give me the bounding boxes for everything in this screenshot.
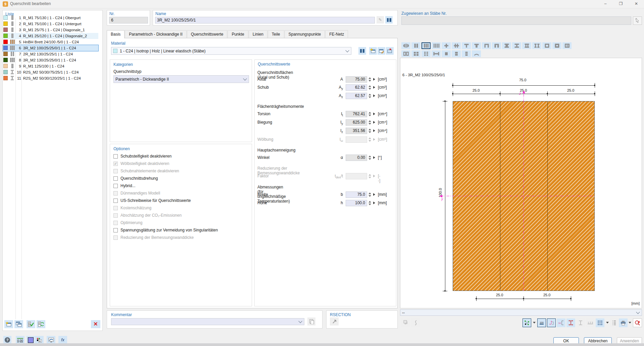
show-dimensions-button[interactable]: 100 [537, 318, 546, 327]
shape-box-thick[interactable] [552, 42, 561, 49]
decimal-places-button[interactable]: 0,00 [16, 336, 24, 344]
list-item[interactable]: 11 R2S_M2 50/30/120/25/1 | 1 - C24 [3, 75, 98, 81]
spin-up-icon[interactable] [368, 77, 371, 79]
tab-spannungspunkte[interactable]: Spannungspunkte [285, 30, 325, 38]
section-preview[interactable]: 6 - 3R_M2 100/25/25/0/1 75.0 25.0 [400, 58, 642, 308]
checkbox-icon[interactable] [113, 199, 118, 203]
winkel-value-field[interactable]: 0.00 [346, 155, 367, 161]
render-mode-button[interactable] [523, 318, 531, 327]
print-button[interactable] [619, 318, 628, 327]
spin-down-icon[interactable] [368, 158, 371, 160]
invert-selection-button[interactable] [37, 320, 45, 328]
restore-button[interactable]: ❐ [614, 0, 628, 8]
list-item[interactable]: 5 HnBH Brett 24/100 /5/0 | 1 - C24 [3, 39, 98, 45]
spinner[interactable] [368, 76, 371, 83]
pick-members-button[interactable] [633, 16, 642, 25]
shape-rect-2split[interactable] [452, 50, 461, 57]
spin-down-icon[interactable] [368, 131, 371, 133]
tab-linien[interactable]: Linien [249, 30, 267, 38]
detail-arrow-icon[interactable] [373, 121, 375, 124]
display-settings-button[interactable] [47, 336, 55, 344]
spin-up-icon[interactable] [368, 192, 371, 194]
list-item[interactable]: 4 R_M1 25/120 | 1 - C24 | Diagonale_2 [3, 33, 98, 39]
edit-material-button[interactable] [378, 47, 385, 55]
spinner[interactable] [368, 128, 371, 134]
spin-down-icon[interactable] [368, 96, 371, 98]
shape-box-double[interactable] [401, 50, 410, 57]
spin-down-icon[interactable] [368, 195, 371, 197]
library-book-button[interactable] [385, 16, 393, 24]
shape-ibeam-rotated[interactable] [432, 50, 441, 57]
shape-channel[interactable] [482, 42, 491, 49]
detail-arrow-icon[interactable] [373, 202, 375, 204]
shape-rect-3split[interactable] [462, 50, 471, 57]
spin-up-icon[interactable] [368, 112, 371, 114]
spin-down-icon[interactable] [368, 115, 371, 116]
list-item[interactable]: 10 R2S_M2 50/30/75/25/1 | 1 - C24 [3, 69, 98, 75]
option-hybrid[interactable]: Hybrid... [113, 183, 136, 188]
list-item[interactable]: 1 R_M1 75/130 | 1 - C24 | Obergurt [3, 15, 98, 21]
option-us-schreibweise[interactable]: US-Schreibweise für Querschnittswerte [113, 198, 191, 203]
spin-down-icon[interactable] [368, 204, 371, 205]
spinner[interactable] [368, 119, 371, 126]
checkbox-icon[interactable] [113, 176, 118, 181]
checkbox-icon[interactable] [113, 228, 118, 232]
spin-up-icon[interactable] [368, 156, 371, 157]
rename-items-button[interactable]: A [35, 336, 44, 344]
shape-arc[interactable] [472, 50, 481, 57]
show-axes-button[interactable] [547, 318, 556, 327]
tab-basis[interactable]: Basis [107, 30, 125, 38]
tab-parametrisch[interactable]: Parametrisch - Dickwandige II [125, 30, 186, 38]
biegung-y-value-field[interactable]: 625.00 [346, 119, 367, 126]
schub-z-value-field[interactable]: 62.57 [346, 93, 367, 99]
copy-section-button[interactable] [14, 320, 23, 328]
shape-box-split[interactable] [562, 42, 572, 49]
list-item[interactable]: 2 R_M1 75/100 | 1 - C24 | Untergurt [3, 21, 98, 27]
shape-tee[interactable] [462, 42, 471, 49]
shape-rounded-2part[interactable] [401, 42, 410, 49]
formula-button[interactable]: fx [58, 336, 67, 344]
tab-teile[interactable]: Teile [268, 30, 284, 38]
shape-double-cross[interactable] [452, 42, 461, 49]
spin-up-icon[interactable] [368, 129, 371, 130]
print-dropdown-icon[interactable] [629, 322, 631, 323]
spin-up-icon[interactable] [368, 120, 371, 122]
detail-arrow-icon[interactable] [373, 78, 375, 81]
shape-ibeam-2web[interactable] [522, 42, 531, 49]
shape-cross[interactable] [442, 42, 451, 49]
delete-section-button[interactable]: ✕ [91, 320, 100, 328]
querschnittstyp-combobox[interactable]: Parametrisch - Dickwandige II [113, 75, 249, 83]
stress-points-button[interactable] [566, 318, 575, 327]
detail-arrow-icon[interactable] [373, 113, 375, 115]
preview-info-combobox[interactable]: -- [400, 309, 642, 316]
biegung-z-value-field[interactable]: 351.56 [346, 128, 367, 134]
spinner[interactable] [368, 155, 371, 161]
shape-ibeam-double[interactable] [532, 42, 541, 49]
render-mode-dropdown-icon[interactable] [533, 322, 536, 323]
spin-down-icon[interactable] [368, 88, 371, 90]
select-all-button[interactable] [27, 320, 35, 328]
close-button[interactable]: ✕ [630, 0, 643, 8]
spin-down-icon[interactable] [368, 80, 371, 82]
spin-up-icon[interactable] [368, 94, 371, 95]
material-combobox[interactable]: 1 - C24 | Isotrop | Holz | Linear elasti… [111, 47, 351, 55]
axial-value-field[interactable]: 75.00 [346, 76, 367, 83]
spinner[interactable] [368, 191, 371, 198]
spin-up-icon[interactable] [368, 201, 371, 203]
new-material-button[interactable] [369, 47, 377, 55]
kommentar-combobox[interactable] [111, 318, 304, 325]
spin-up-icon[interactable] [368, 85, 371, 87]
copy-comment-button[interactable] [307, 317, 315, 326]
shape-ibeam[interactable] [512, 42, 521, 49]
detail-arrow-icon[interactable] [373, 86, 375, 89]
detail-arrow-icon[interactable] [373, 193, 375, 196]
shape-4-rect[interactable] [432, 42, 441, 49]
spinner[interactable] [368, 111, 371, 117]
torsion-value-field[interactable]: 762.41 [346, 111, 367, 117]
shape-2-rect[interactable] [411, 42, 420, 49]
tab-fe-netz[interactable]: FE-Netz [325, 30, 348, 38]
delete-material-button[interactable] [386, 47, 394, 55]
tab-punkte[interactable]: Punkte [228, 30, 248, 38]
tab-querschnittswerte[interactable]: Querschnittswerte [187, 30, 228, 38]
checkbox-icon[interactable] [113, 154, 118, 159]
